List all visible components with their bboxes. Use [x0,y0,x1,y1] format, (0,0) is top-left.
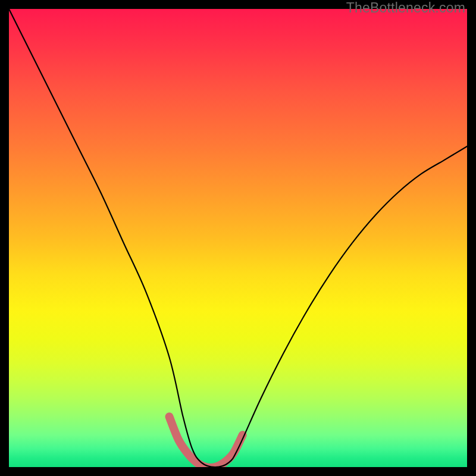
bottleneck-curve-path [9,9,467,467]
watermark-text: TheBottleneck.com [346,0,465,16]
chart-plot-area [9,9,467,467]
bottleneck-region-path [170,416,243,467]
chart-frame: TheBottleneck.com [0,0,476,476]
chart-curves [9,9,467,467]
